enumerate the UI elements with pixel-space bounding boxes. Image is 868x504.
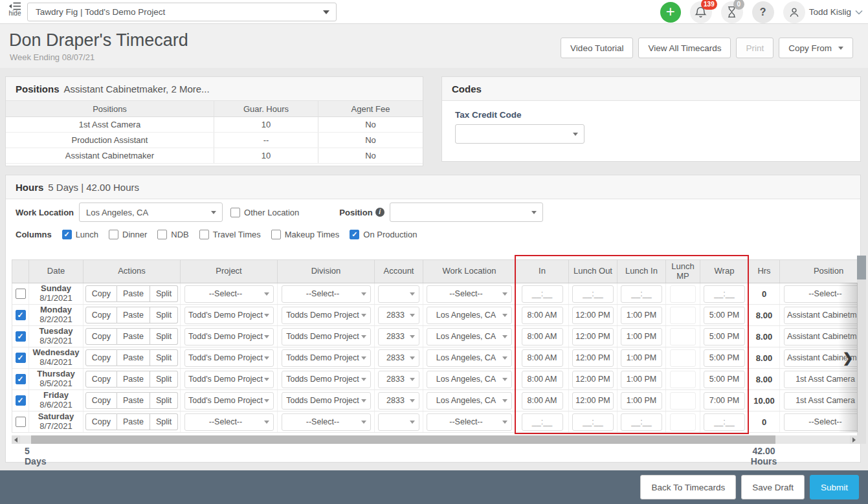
horizontal-scrollbar[interactable] xyxy=(12,435,858,444)
lunch-mp-input[interactable] xyxy=(670,307,696,324)
action-button-copy[interactable]: Copy xyxy=(85,413,117,430)
action-button-copy[interactable]: Copy xyxy=(85,349,117,366)
time-input-lunch-in[interactable]: __:__ xyxy=(621,413,662,431)
vertical-scrollbar-thumb[interactable] xyxy=(857,256,866,279)
row-select-account[interactable]: 2833 xyxy=(378,392,419,410)
time-input-lunch-in[interactable]: 1:00 PM xyxy=(621,371,662,388)
column-toggle-travel-times[interactable]: Travel Times xyxy=(199,230,261,239)
action-button-paste[interactable]: Paste xyxy=(117,307,150,323)
time-input-lunch-out[interactable]: 12:00 PM xyxy=(572,349,614,367)
tax-credit-code-select[interactable] xyxy=(455,124,584,144)
action-button-paste[interactable]: Paste xyxy=(117,413,150,430)
checkbox-icon[interactable] xyxy=(157,230,167,239)
action-button-copy[interactable]: Copy xyxy=(85,392,117,409)
back-to-timecards-button[interactable]: Back To Timecards xyxy=(640,475,736,499)
row-select-division[interactable]: Todds Demo Project xyxy=(282,349,371,367)
row-select-work-location[interactable]: --Select-- xyxy=(427,285,512,303)
user-menu[interactable]: Todd Kislig xyxy=(783,1,863,23)
time-input-lunch-in[interactable]: 1:00 PM xyxy=(621,392,662,410)
row-checkbox[interactable]: ✓ xyxy=(16,331,26,342)
row-select-division[interactable]: --Select-- xyxy=(282,285,371,303)
checkbox-icon[interactable] xyxy=(199,230,209,239)
time-input-in[interactable]: __:__ xyxy=(522,285,563,303)
time-input-in[interactable]: 8:00 AM xyxy=(522,328,563,345)
action-button-split[interactable]: Split xyxy=(150,307,178,323)
time-input-in[interactable]: 8:00 AM xyxy=(522,392,563,410)
row-select-account[interactable]: 2833 xyxy=(378,349,419,367)
column-toggle-makeup-times[interactable]: Makeup Times xyxy=(271,230,340,239)
column-toggle-dinner[interactable]: Dinner xyxy=(109,230,147,239)
time-input-lunch-in[interactable]: 1:00 PM xyxy=(621,328,662,345)
notifications-button[interactable]: 139 xyxy=(690,1,712,23)
scroll-left-button[interactable] xyxy=(12,435,20,444)
action-button-paste[interactable]: Paste xyxy=(117,328,150,345)
checkbox-icon[interactable] xyxy=(230,208,240,217)
row-select-project[interactable]: Todd's Demo Project xyxy=(184,349,274,367)
time-input-lunch-in[interactable]: 1:00 PM xyxy=(621,349,662,367)
time-input-lunch-in[interactable]: __:__ xyxy=(621,285,662,303)
time-input-wrap[interactable]: 7:00 PM xyxy=(704,392,745,410)
row-checkbox[interactable]: ✓ xyxy=(16,310,26,320)
row-select-project[interactable]: --Select-- xyxy=(184,285,274,303)
action-button-split[interactable]: Split xyxy=(150,349,178,366)
time-input-lunch-out[interactable]: __:__ xyxy=(572,413,614,431)
action-button-split[interactable]: Split xyxy=(150,392,178,409)
video-tutorial-button[interactable]: Video Tutorial xyxy=(561,38,633,58)
time-input-wrap[interactable]: 5:00 PM xyxy=(704,349,745,367)
row-select-division[interactable]: Todds Demo Project xyxy=(282,328,371,345)
row-select-work-location[interactable]: Los Angeles, CA xyxy=(427,349,512,367)
submit-button[interactable]: Submit xyxy=(810,475,859,499)
action-button-paste[interactable]: Paste xyxy=(117,392,150,409)
hide-sidebar-button[interactable]: hide xyxy=(6,2,23,17)
lunch-mp-input[interactable] xyxy=(670,285,696,303)
lunch-mp-input[interactable] xyxy=(670,328,696,345)
time-input-in[interactable]: 8:00 AM xyxy=(522,307,563,324)
vertical-scrollbar[interactable] xyxy=(857,256,866,444)
row-select-account[interactable]: 2833 xyxy=(378,371,419,388)
lunch-mp-input[interactable] xyxy=(670,371,696,388)
row-checkbox[interactable]: ✓ xyxy=(16,353,26,363)
action-button-paste[interactable]: Paste xyxy=(117,285,150,302)
action-button-split[interactable]: Split xyxy=(150,285,178,302)
row-select-project[interactable]: --Select-- xyxy=(184,413,274,431)
row-select-work-location[interactable]: Los Angeles, CA xyxy=(427,371,512,388)
action-button-copy[interactable]: Copy xyxy=(85,307,117,323)
column-toggle-ndb[interactable]: NDB xyxy=(157,230,188,239)
row-checkbox[interactable]: ✓ xyxy=(16,395,26,406)
lunch-mp-input[interactable] xyxy=(670,413,696,431)
column-toggle-lunch[interactable]: ✓Lunch xyxy=(62,230,98,239)
row-select-project[interactable]: Todd's Demo Project xyxy=(184,392,274,410)
pending-button[interactable]: 0 xyxy=(721,1,743,23)
time-input-lunch-out[interactable]: 12:00 PM xyxy=(572,307,614,324)
position-filter-select[interactable] xyxy=(390,203,543,222)
checkbox-icon[interactable]: ✓ xyxy=(62,230,72,239)
action-button-split[interactable]: Split xyxy=(150,371,178,388)
row-select-work-location[interactable]: --Select-- xyxy=(427,413,512,431)
save-draft-button[interactable]: Save Draft xyxy=(741,475,805,499)
lunch-mp-input[interactable] xyxy=(670,392,696,410)
column-toggle-on-production[interactable]: ✓On Production xyxy=(350,230,417,239)
copy-from-button[interactable]: Copy From xyxy=(779,38,853,58)
help-button[interactable]: ? xyxy=(752,1,774,23)
lunch-mp-input[interactable] xyxy=(670,349,696,367)
action-button-paste[interactable]: Paste xyxy=(117,371,150,388)
row-select-account[interactable] xyxy=(378,285,419,303)
action-button-split[interactable]: Split xyxy=(150,413,178,430)
view-all-timecards-button[interactable]: View All Timecards xyxy=(638,38,731,58)
action-button-copy[interactable]: Copy xyxy=(85,328,117,345)
row-select-project[interactable]: Todd's Demo Project xyxy=(184,371,274,388)
row-select-division[interactable]: --Select-- xyxy=(282,413,371,431)
row-checkbox[interactable] xyxy=(16,417,26,427)
row-checkbox[interactable]: ✓ xyxy=(16,374,26,384)
checkbox-icon[interactable] xyxy=(271,230,281,239)
row-select-account[interactable]: 2833 xyxy=(378,307,419,324)
work-location-select[interactable]: Los Angeles, CA xyxy=(79,203,223,222)
row-select-division[interactable]: Todds Demo Project xyxy=(282,307,371,324)
row-checkbox[interactable] xyxy=(16,289,26,299)
scrollbar-thumb[interactable] xyxy=(31,435,775,444)
checkbox-icon[interactable] xyxy=(109,230,118,239)
time-input-in[interactable]: 8:00 AM xyxy=(522,371,563,388)
row-select-account[interactable] xyxy=(378,413,419,431)
row-select-project[interactable]: Todd's Demo Project xyxy=(184,328,274,345)
time-input-lunch-out[interactable]: 12:00 PM xyxy=(572,328,614,345)
